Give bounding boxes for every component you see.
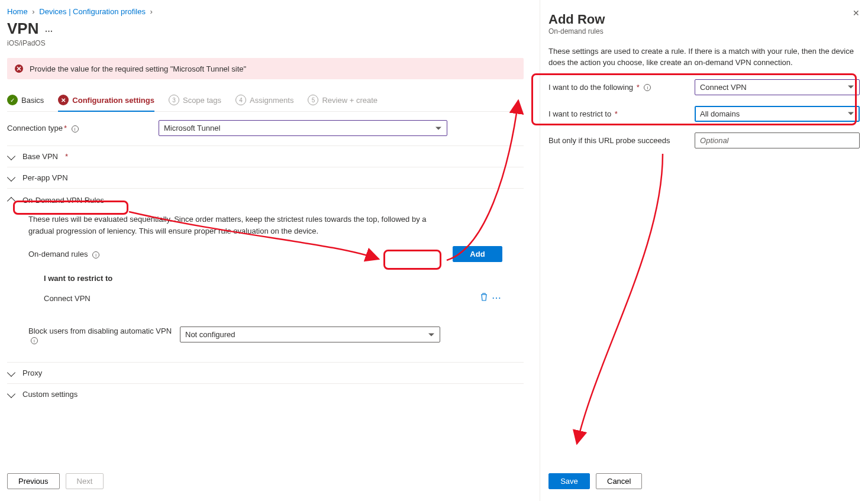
url-probe-label: But only if this URL probe succeeds (548, 136, 695, 145)
side-panel-description: These settings are used to create a rule… (548, 46, 860, 69)
step-scope-tags: 3 Scope tags (169, 92, 221, 111)
step-number-icon: 4 (235, 95, 246, 105)
page-title: VPN (7, 20, 38, 38)
check-icon: ✓ (7, 95, 18, 105)
section-custom-settings[interactable]: Custom settings (7, 383, 524, 405)
breadcrumb: Home › Devices | Configuration profiles … (7, 7, 524, 16)
step-number-icon: 5 (308, 95, 318, 105)
info-icon[interactable]: i (92, 251, 99, 258)
alert-text: Provide the value for the required setti… (30, 64, 246, 73)
side-panel-subtitle: On-demand rules (548, 27, 860, 35)
restrict-select[interactable]: All domains (695, 106, 860, 122)
breadcrumb-sep: › (150, 7, 153, 16)
section-per-app-vpn[interactable]: Per-app VPN (7, 167, 524, 188)
block-disable-label: Block users from disabling automatic VPN… (28, 327, 175, 344)
action-select[interactable]: Connect VPN (695, 79, 860, 95)
side-panel-title: Add Row (548, 12, 860, 27)
restrict-label: I want to restrict to * (548, 109, 695, 118)
error-icon: ✕ (58, 95, 69, 105)
chevron-down-icon (7, 389, 15, 397)
section-proxy[interactable]: Proxy (7, 362, 524, 383)
info-icon[interactable]: i (72, 125, 79, 132)
step-config-settings[interactable]: ✕ Configuration settings (58, 92, 154, 111)
info-icon[interactable]: i (31, 337, 38, 344)
block-disable-select[interactable]: Not configured (180, 327, 440, 342)
error-icon (14, 64, 24, 73)
step-assignments: 4 Assignments (235, 92, 293, 111)
on-demand-description: These rules will be evaluated sequential… (28, 214, 443, 237)
rule-row-label: Connect VPN (44, 294, 91, 303)
section-on-demand-rules[interactable]: On-Demand VPN Rules (7, 188, 524, 211)
alert-validation: Provide the value for the required setti… (7, 58, 524, 79)
step-basics[interactable]: ✓ Basics (7, 92, 44, 111)
connection-type-label: Connection type* i (7, 124, 154, 132)
page-subtitle: iOS/iPadOS (7, 39, 524, 47)
info-icon[interactable]: i (644, 84, 651, 91)
breadcrumb-sep: › (32, 7, 34, 16)
add-rule-button[interactable]: Add (453, 246, 502, 262)
chevron-down-icon (7, 368, 15, 376)
connection-type-select[interactable]: Microsoft Tunnel (159, 120, 447, 136)
chevron-up-icon (7, 197, 15, 205)
action-label: I want to do the following * i (548, 83, 695, 92)
url-probe-input[interactable] (695, 132, 860, 148)
rule-row[interactable]: Connect VPN ⋯ (43, 287, 502, 309)
rule-column-header: I want to restrict to (43, 269, 502, 287)
breadcrumb-home[interactable]: Home (7, 7, 28, 16)
step-number-icon: 3 (169, 95, 179, 105)
previous-button[interactable]: Previous (7, 473, 60, 489)
close-icon[interactable]: ✕ (853, 8, 860, 18)
more-icon[interactable]: ⋯ (492, 292, 501, 304)
more-icon[interactable]: … (44, 24, 53, 34)
wizard-steps: ✓ Basics ✕ Configuration settings 3 Scop… (7, 92, 524, 112)
chevron-down-icon (7, 151, 15, 160)
trash-icon[interactable] (480, 292, 488, 304)
save-button[interactable]: Save (548, 473, 590, 489)
chevron-down-icon (7, 173, 15, 181)
breadcrumb-devices[interactable]: Devices | Configuration profiles (39, 7, 146, 16)
section-base-vpn[interactable]: Base VPN* (7, 146, 524, 167)
cancel-button[interactable]: Cancel (596, 473, 642, 489)
next-button: Next (66, 473, 104, 489)
on-demand-rules-label: On-demand rules i (28, 250, 99, 258)
step-review-create: 5 Review + create (308, 92, 377, 111)
